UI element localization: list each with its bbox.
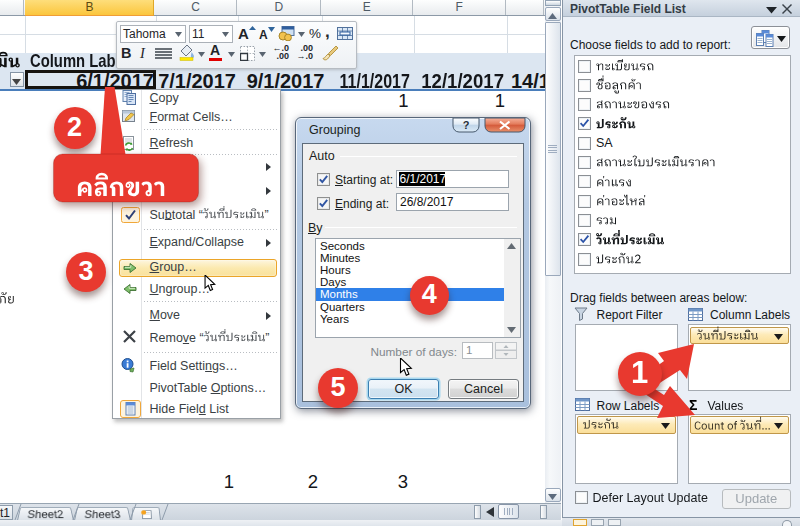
svg-text:?: ? — [463, 119, 470, 131]
